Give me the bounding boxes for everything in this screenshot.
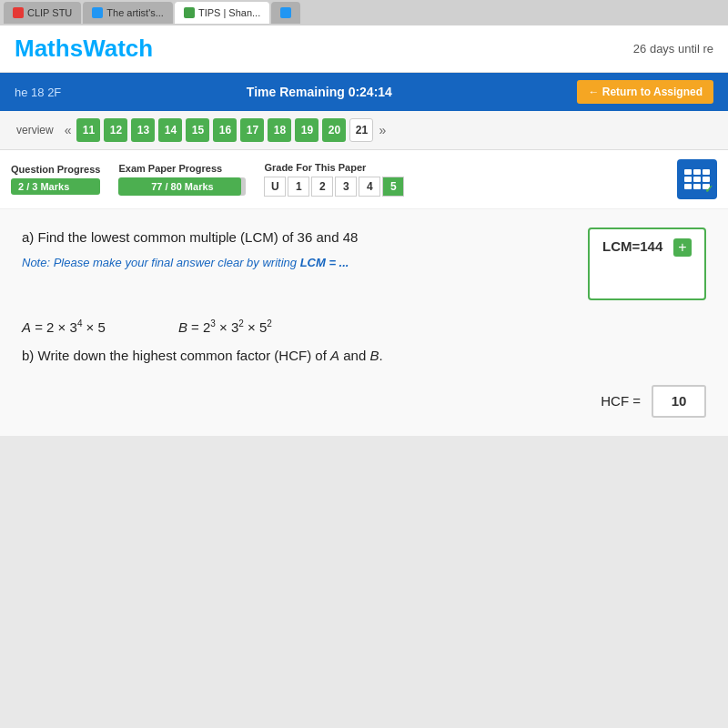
- hcf-row: HCF = 10: [22, 385, 706, 418]
- expression-b: B = 23 × 32 × 52: [178, 318, 272, 335]
- sub-header: he 18 2F Time Remaining 0:24:14 ← Return…: [0, 73, 728, 111]
- tab-favicon: [184, 7, 195, 18]
- tab-tips[interactable]: TIPS | Shan...: [175, 2, 269, 24]
- calculator-icon[interactable]: ✓: [677, 159, 717, 199]
- tab-favicon: [92, 7, 103, 18]
- grade-3[interactable]: 3: [335, 177, 357, 197]
- tab-clip-studio[interactable]: CLIP STU: [4, 2, 81, 24]
- tab-label: The artist's...: [106, 7, 164, 18]
- question-a-label: a): [22, 229, 34, 245]
- tab-favicon: [280, 7, 291, 18]
- mw-logo: MathsWatch: [15, 35, 153, 63]
- mw-header: MathsWatch 26 days until re: [0, 25, 728, 73]
- nav-arrow-right[interactable]: »: [377, 121, 388, 139]
- q-num-14[interactable]: 14: [158, 118, 182, 142]
- q-num-12[interactable]: 12: [104, 118, 127, 142]
- question-progress-block: Question Progress 2 / 3 Marks: [11, 164, 100, 195]
- tab-label: TIPS | Shan...: [198, 7, 260, 18]
- grade-4[interactable]: 4: [359, 177, 380, 197]
- answer-value-a: LCM=144: [602, 238, 662, 254]
- paper-label: he 18 2F: [15, 86, 61, 99]
- tab-label: CLIP STU: [27, 7, 72, 18]
- tab-favicon: [13, 7, 24, 18]
- q-num-16[interactable]: 16: [213, 118, 237, 142]
- q-num-21[interactable]: 21: [349, 118, 373, 142]
- note-text: Note: Please make your final answer clea…: [22, 256, 570, 269]
- question-a-content: a) Find the lowest common multiple (LCM)…: [22, 228, 570, 288]
- exp-b-power1: 3: [210, 318, 216, 329]
- exam-progress-bar: 77 / 80 Marks: [118, 177, 246, 196]
- q-num-17[interactable]: 17: [240, 118, 264, 142]
- question-a-text: a) Find the lowest common multiple (LCM)…: [22, 228, 570, 248]
- question-progress-value: 2 / 3 Marks: [11, 178, 100, 195]
- time-remaining: Time Remaining 0:24:14: [247, 85, 392, 99]
- question-b-body: Write down the highest common factor (HC…: [38, 348, 383, 363]
- grade-block: Grade For This Paper U 1 2 3 4 5: [264, 162, 404, 197]
- exam-progress-block: Exam Paper Progress 77 / 80 Marks: [118, 163, 246, 196]
- exp-a-power: 4: [77, 318, 83, 329]
- hcf-answer-box[interactable]: 10: [652, 385, 706, 418]
- nav-arrow-left[interactable]: «: [63, 121, 74, 139]
- question-a-body: Find the lowest common multiple (LCM) of…: [38, 229, 359, 245]
- expression-a: A = 2 × 34 × 5: [22, 318, 106, 335]
- exam-progress-text: 77 / 80 Marks: [151, 181, 214, 192]
- grade-label: Grade For This Paper: [264, 162, 404, 173]
- logo-static: Maths: [15, 35, 83, 62]
- answer-box-a[interactable]: LCM=144 +: [588, 228, 706, 300]
- question-progress-label: Question Progress: [11, 164, 100, 175]
- return-to-assigned-button[interactable]: ← Return to Assigned: [577, 80, 713, 104]
- grade-5[interactable]: 5: [382, 177, 404, 197]
- grade-boxes: U 1 2 3 4 5: [264, 177, 404, 197]
- exp-b-power2: 2: [238, 318, 244, 329]
- q-num-19[interactable]: 19: [295, 118, 318, 142]
- main-content: a) Find the lowest common multiple (LCM)…: [0, 209, 728, 436]
- exam-progress-label: Exam Paper Progress: [118, 163, 246, 174]
- q-num-13[interactable]: 13: [131, 118, 155, 142]
- expressions: A = 2 × 34 × 5 B = 23 × 32 × 52: [22, 318, 706, 335]
- logo-colored: Watch: [83, 35, 153, 62]
- browser-tabs: CLIP STU The artist's... TIPS | Shan...: [0, 0, 728, 25]
- progress-section: Question Progress 2 / 3 Marks Exam Paper…: [0, 150, 728, 209]
- tab-artists[interactable]: The artist's...: [83, 2, 173, 24]
- question-b-text: b) Write down the highest common factor …: [22, 346, 706, 367]
- q-num-20[interactable]: 20: [322, 118, 346, 142]
- expand-answer-button[interactable]: +: [673, 238, 692, 257]
- q-num-18[interactable]: 18: [268, 118, 291, 142]
- grade-u[interactable]: U: [264, 177, 286, 197]
- days-remaining: 26 days until re: [633, 42, 713, 56]
- grade-1[interactable]: 1: [288, 177, 309, 197]
- overview-button[interactable]: verview: [11, 120, 59, 140]
- hcf-label: HCF =: [601, 393, 641, 409]
- grade-2[interactable]: 2: [311, 177, 333, 197]
- q-num-15[interactable]: 15: [186, 118, 209, 142]
- question-a-row: a) Find the lowest common multiple (LCM)…: [22, 228, 706, 300]
- q-num-11[interactable]: 11: [76, 118, 100, 142]
- calculator-check: ✓: [704, 183, 713, 196]
- exp-b-power3: 2: [267, 318, 272, 329]
- question-b-label: b): [22, 348, 34, 363]
- question-nav: verview « 11 12 13 14 15 16 17 18 19 20 …: [0, 111, 728, 150]
- tab-4[interactable]: [271, 2, 300, 24]
